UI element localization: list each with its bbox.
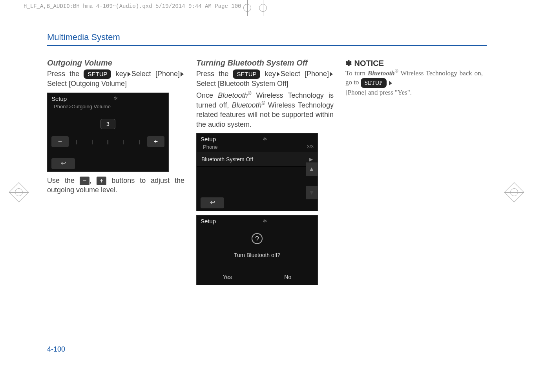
title-underline (47, 45, 487, 46)
confirm-buttons-row: Yes No (197, 272, 318, 285)
triangle-icon (277, 72, 280, 77)
columns-container: Outgoing Volume Press the SETUP keySelec… (47, 58, 487, 289)
col2-paragraph2: Once Bluetooth® Wireless Technology is t… (196, 90, 334, 129)
gear-icon: ✲ (114, 96, 118, 101)
col2-instruction: Press the SETUP keySelect [Phone]Select … (196, 69, 334, 89)
confirm-body: ? Turn Bluetooth off? (197, 225, 318, 272)
registered-mark: ® (248, 91, 251, 96)
plus-inline-button: + (97, 177, 106, 185)
volume-value-box: 3 (100, 119, 115, 129)
document-meta-header: H_LF_A,B_AUDIO:BH hma 4-109~(Audio).qxd … (24, 3, 241, 9)
screenshot-outgoing-volume: Setup ✲ Phone>Outgoing Volume 3 − ||||| … (47, 93, 169, 172)
subheading-outgoing-volume: Outgoing Volume (47, 58, 184, 67)
column-3: ✽ NOTICE To turn Bluetooth® Wireless Tec… (345, 58, 483, 289)
screenshot-title: Setup (201, 218, 216, 224)
screenshot-sub: Phone 3/3 (197, 143, 318, 152)
section-title: Multimedia System (47, 32, 487, 42)
screenshot-title: Setup (51, 95, 67, 102)
notice-post: [Phone] and press "Yes". (345, 89, 412, 96)
page-number: 4-100 (47, 345, 65, 354)
registration-mark-top (239, 0, 255, 16)
para2-pre: Once (196, 91, 218, 99)
setup-key-button: SETUP (361, 78, 387, 88)
col2-select-btoff: Select [Bluetooth System Off] (196, 80, 288, 88)
page-content: Multimedia System Outgoing Volume Press … (47, 32, 487, 289)
back-button[interactable]: ↩ (201, 197, 224, 208)
scroll-down-button[interactable]: ▼ (306, 186, 318, 199)
bluetooth-word: Bluetooth (232, 101, 262, 109)
registration-mark-right-vline (514, 183, 514, 202)
confirm-question-text: Turn Bluetooth off? (201, 252, 314, 258)
col1-use-text: Use the −, + buttons to adjust the outgo… (47, 176, 184, 195)
chevron-right-icon: ▶ (309, 157, 313, 162)
list-item-bluetooth-off[interactable]: Bluetooth System Off ▶ (197, 152, 318, 167)
screenshot-header: Setup ✲ (197, 215, 318, 225)
setup-key-button: SETUP (233, 69, 260, 79)
volume-minus-button[interactable]: − (51, 136, 69, 147)
screenshot-header: Setup ✲ (47, 93, 168, 103)
screenshot-phone-menu: Setup ✲ Phone 3/3 Bluetooth System Off ▶… (196, 133, 318, 211)
col1-select-outvol: Select [Outgoing Volume] (47, 80, 127, 88)
page-count: 3/3 (307, 144, 314, 150)
list-item-label: Bluetooth System Off (201, 156, 253, 162)
triangle-icon (330, 72, 333, 77)
list-container: Bluetooth System Off ▶ ▲ ▼ (197, 152, 318, 190)
notice-pre: To turn (345, 69, 368, 77)
notice-text: To turn Bluetooth® Wireless Technology b… (345, 68, 483, 97)
screenshot-title: Setup (201, 136, 216, 142)
empty-list-area (197, 167, 318, 190)
notice-star: ✽ (345, 59, 352, 67)
setup-key-button: SETUP (84, 69, 111, 79)
back-button[interactable]: ↩ (51, 158, 75, 169)
volume-control-row: − ||||| + (51, 136, 164, 147)
screenshot-confirm-dialog: Setup ✲ ? Turn Bluetooth off? Yes No (196, 215, 318, 285)
question-icon: ? (252, 233, 263, 244)
yes-button[interactable]: Yes (215, 272, 240, 282)
screenshot-body: 3 − ||||| + (47, 112, 168, 151)
registration-mark-right-hline (504, 192, 524, 193)
gear-icon: ✲ (263, 136, 267, 142)
use-text-pre: Use the (47, 177, 80, 184)
registration-mark-bottom (255, 0, 271, 16)
screenshot-header: Setup ✲ (197, 133, 318, 143)
column-2: Turning Bluetooth System Off Press the S… (196, 58, 334, 289)
notice-heading: ✽ NOTICE (345, 58, 483, 68)
gear-icon: ✲ (263, 218, 267, 224)
col1-key-text: key (116, 70, 127, 78)
triangle-icon (128, 72, 131, 77)
column-1: Outgoing Volume Press the SETUP keySelec… (47, 58, 184, 289)
triangle-icon (389, 81, 392, 86)
minus-inline-button: − (80, 177, 89, 185)
col2-select-phone: Select [Phone] (281, 70, 329, 78)
bluetooth-word: Bluetooth (218, 91, 248, 99)
volume-plus-button[interactable]: + (147, 136, 164, 147)
scroll-up-button[interactable]: ▲ (306, 162, 318, 176)
back-row: ↩ (197, 196, 318, 211)
col2-press-text: Press the (196, 70, 233, 78)
notice-label: NOTICE (354, 59, 384, 67)
scroll-buttons: ▲ ▼ (306, 162, 318, 199)
col1-select-phone: Select [Phone] (131, 70, 180, 78)
col2-key-text: key (265, 70, 276, 78)
registration-mark-left-vline (19, 183, 19, 202)
bluetooth-word: Bluetooth (368, 69, 395, 77)
subheading-bluetooth-off: Turning Bluetooth System Off (196, 58, 334, 67)
screenshot-sub-label: Phone (203, 144, 218, 150)
screenshot-breadcrumb: Phone>Outgoing Volume (47, 103, 168, 112)
no-button[interactable]: No (276, 272, 299, 282)
col1-instruction: Press the SETUP keySelect [Phone]Select … (47, 69, 184, 89)
triangle-icon (181, 72, 184, 77)
col1-press-text: Press the (47, 70, 84, 78)
volume-ticks: ||||| (69, 139, 147, 144)
back-row: ↩ (47, 157, 168, 171)
registered-mark: ® (395, 68, 398, 74)
